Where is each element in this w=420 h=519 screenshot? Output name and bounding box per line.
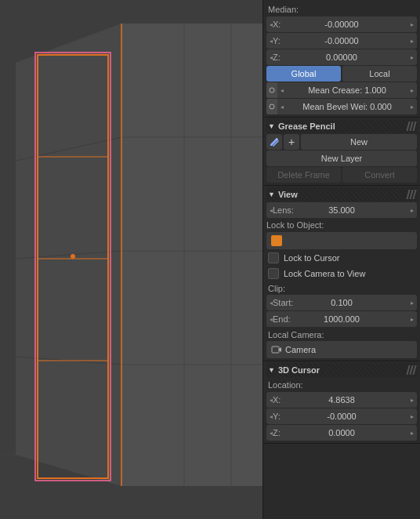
mean-crease-arrow-right: ▸ — [411, 87, 414, 94]
view-triangle: ▼ — [268, 191, 275, 198]
camera-value: Camera — [285, 345, 316, 354]
lock-camera-label: Lock Camera to View — [284, 269, 365, 278]
start-arrow-right: ▸ — [411, 299, 414, 307]
lens-field-label: Lens: — [273, 205, 294, 215]
convert-button[interactable]: Convert — [342, 167, 417, 183]
grease-pencil-stripe — [407, 122, 415, 131]
end-field-label: End: — [273, 314, 291, 324]
x-arrow-right: ▸ — [411, 21, 414, 28]
x-field[interactable]: ◂ X: -0.00000 ▸ — [266, 16, 417, 32]
clip-start-field[interactable]: ◂ Start: 0.100 ▸ — [266, 295, 417, 310]
svg-point-22 — [270, 104, 274, 109]
lens-field-value: 35.000 — [266, 205, 417, 215]
mean-bevel-field[interactable]: ◂ Mean Bevel Wei: 0.000 ▸ — [266, 99, 417, 114]
lens-field[interactable]: ◂ Lens: 35.000 ▸ — [266, 202, 417, 218]
cursor-z-label: Z: — [273, 428, 281, 437]
view-stripe — [407, 190, 415, 199]
y-field[interactable]: ◂ Y: -0.00000 ▸ — [266, 33, 417, 49]
mean-crease-arrow-left: ◂ — [281, 87, 284, 94]
cursor-x-arrow-left: ◂ — [270, 397, 273, 404]
end-arrow-left: ◂ — [270, 316, 273, 323]
cursor-3d-section: ▼ 3D Cursor Location: ◂ X: 4.8638 ▸ ◂ Y:… — [263, 361, 420, 444]
grease-pencil-header[interactable]: ▼ Grease Pencil — [266, 119, 417, 133]
cursor-x-field[interactable]: ◂ X: 4.8638 ▸ — [266, 392, 417, 408]
y-field-label: Y: — [273, 36, 281, 45]
cursor-x-value: 4.8638 — [266, 395, 417, 405]
clip-end-field[interactable]: ◂ End: 1000.000 ▸ — [266, 311, 417, 327]
cursor-3d-header[interactable]: ▼ 3D Cursor — [266, 363, 417, 377]
add-grease-pencil-btn[interactable]: + — [284, 134, 299, 150]
cursor-z-arrow-left: ◂ — [270, 430, 273, 437]
new-layer-button[interactable]: New Layer — [266, 151, 417, 166]
start-field-label: Start: — [273, 298, 293, 307]
svg-rect-26 — [272, 347, 279, 353]
cursor-x-label: X: — [273, 395, 281, 405]
median-section: Median: ◂ X: -0.00000 ▸ ◂ Y: -0.00000 ▸ … — [263, 0, 420, 118]
z-field-label: Z: — [273, 53, 281, 62]
start-field-value: 0.100 — [266, 298, 417, 307]
clip-label: Clip: — [266, 281, 417, 294]
cursor-3d-triangle: ▼ — [268, 366, 275, 374]
y-field-value: -0.00000 — [266, 36, 417, 45]
view-label: View — [278, 190, 298, 199]
view-header[interactable]: ▼ View — [266, 187, 417, 201]
z-field[interactable]: ◂ Z: 0.00000 ▸ — [266, 49, 417, 65]
cursor-y-field[interactable]: ◂ Y: -0.0000 ▸ — [266, 408, 417, 424]
local-camera-label: Local Camera: — [266, 328, 417, 340]
grease-pencil-icon-btn[interactable] — [266, 134, 282, 150]
lock-to-object-label: Lock to Object: — [266, 220, 324, 230]
end-field-value: 1000.000 — [266, 314, 417, 324]
object-icon — [271, 235, 282, 246]
grease-pencil-toolbar: + New — [266, 134, 417, 150]
lock-camera-checkbox[interactable] — [268, 268, 279, 279]
end-arrow-right: ▸ — [411, 316, 414, 323]
median-label: Median: — [266, 2, 417, 16]
delete-frame-button[interactable]: Delete Frame — [266, 167, 341, 183]
camera-icon — [271, 344, 282, 355]
view-section: ▼ View ◂ Lens: 35.000 ▸ Lock to Object: … — [263, 186, 420, 361]
lock-to-object-label-row: Lock to Object: — [266, 219, 417, 231]
y-arrow-right: ▸ — [411, 38, 414, 45]
mean-bevel-icon — [266, 99, 277, 114]
local-button[interactable]: Local — [342, 66, 417, 82]
properties-panel: Median: ◂ X: -0.00000 ▸ ◂ Y: -0.00000 ▸ … — [262, 0, 420, 519]
grease-pencil-triangle: ▼ — [268, 122, 275, 130]
lock-to-cursor-checkbox[interactable] — [268, 252, 279, 263]
x-field-value: -0.00000 — [266, 20, 417, 29]
lens-arrow-left: ◂ — [270, 207, 273, 214]
camera-field[interactable]: Camera — [266, 341, 417, 358]
mean-crease-field[interactable]: ◂ Mean Crease: 1.000 ▸ — [266, 82, 417, 98]
mean-bevel-arrow-right: ▸ — [411, 103, 414, 111]
z-arrow-right: ▸ — [411, 54, 414, 61]
cursor-3d-label: 3D Cursor — [278, 365, 320, 375]
svg-point-17 — [71, 254, 75, 259]
start-arrow-left: ◂ — [270, 299, 273, 307]
grease-pencil-new-button[interactable]: New — [301, 134, 417, 150]
cursor-x-arrow-right: ▸ — [411, 397, 414, 404]
lens-arrow-right: ▸ — [411, 207, 414, 214]
cursor-y-label: Y: — [273, 412, 281, 421]
mean-crease-text: Mean Crease: 1.000 — [277, 85, 417, 95]
global-local-row: Global Local — [266, 66, 417, 82]
mean-bevel-arrow-left: ◂ — [281, 103, 284, 111]
z-arrow-left: ◂ — [270, 54, 273, 61]
svg-point-21 — [270, 88, 274, 93]
global-button[interactable]: Global — [266, 66, 341, 82]
location-label: Location: — [266, 377, 417, 391]
lock-to-cursor-row[interactable]: Lock to Cursor — [266, 250, 417, 266]
cursor-z-field[interactable]: ◂ Z: 0.0000 ▸ — [266, 425, 417, 441]
lock-camera-to-view-row[interactable]: Lock Camera to View — [266, 266, 417, 281]
lock-to-object-field[interactable] — [266, 232, 417, 249]
x-field-label: X: — [273, 20, 281, 29]
viewport-3d[interactable] — [0, 0, 262, 519]
x-arrow-left: ◂ — [270, 21, 273, 28]
cursor-y-arrow-left: ◂ — [270, 413, 273, 420]
grease-pencil-section: ▼ Grease Pencil + New New Layer Delete F… — [263, 118, 420, 186]
lock-to-cursor-label: Lock to Cursor — [284, 253, 340, 263]
svg-marker-2 — [121, 24, 262, 486]
cursor-y-value: -0.0000 — [266, 412, 417, 421]
mean-bevel-text: Mean Bevel Wei: 0.000 — [277, 102, 417, 111]
mean-crease-icon — [266, 82, 277, 98]
cursor-y-arrow-right: ▸ — [411, 413, 414, 420]
grease-pencil-label: Grease Pencil — [278, 122, 335, 131]
